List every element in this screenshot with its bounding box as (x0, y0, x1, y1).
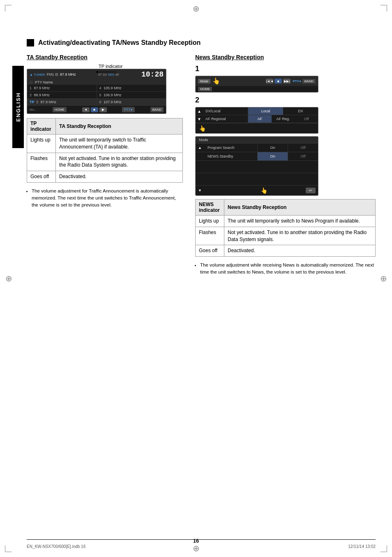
preset-1: 1 87.9 MHz (27, 85, 97, 91)
dx-row-2: ▼ AF Regional AF AF Reg. Off (196, 115, 318, 123)
ta-note: The volume adjustment for Traffic Announ… (27, 188, 183, 209)
mode-empty-1 (196, 161, 318, 173)
news-table-row-3: Goes off Deactivated. (196, 245, 376, 257)
crosshair-bottom (191, 544, 201, 553)
dx-option[interactable]: DX (283, 107, 318, 115)
home-button[interactable]: HOME (53, 107, 67, 112)
off-option[interactable]: Off (295, 115, 318, 123)
page-number: 16 (193, 538, 199, 544)
dx-row-1: ▲ DX/Local Local DX (196, 107, 318, 115)
crosshair-right (379, 274, 388, 283)
pty-button[interactable]: PTY● (122, 107, 134, 112)
nav-buttons: ◄ ■ ▶ (82, 107, 107, 112)
preset-row-3-active: TP 3 87.9 MHz 6 107.9 MHz (27, 99, 166, 105)
section-heading-text: Activating/deactivating TA/News Standby … (38, 39, 201, 46)
af-option[interactable]: AF (248, 115, 272, 123)
af-reg-option[interactable]: AF Reg. (272, 115, 295, 123)
mode-row-2: ▲ NEWS Standby On Off (196, 152, 318, 161)
preset-2: 2 88.9 MHz (27, 92, 97, 98)
dx-local-screen: ▲ DX/Local Local DX ▼ AF Regional AF AF … (195, 107, 318, 134)
corner-tr (380, 5, 387, 12)
dx-down-arrow: ▼ (196, 116, 203, 122)
news-on[interactable]: On (258, 152, 288, 160)
news-description-3: Deactivated. (224, 245, 376, 257)
news-table-row-1: Lights up The unit will temporarily swit… (196, 216, 376, 227)
footer-left: EN_KW-NSX700/600[E].indb 16 (27, 544, 85, 549)
corner-bl (5, 545, 12, 552)
news-note-item: The volume adjustment while receiving Ne… (200, 262, 376, 276)
ta-table: TP indicator TA Standby Reception Lights… (27, 118, 183, 183)
preset-5: 5 106.9 MHz (97, 92, 166, 98)
step1-next-btn[interactable]: ▶▶| (283, 79, 291, 84)
mode-nav-row: ▼ 👆 ↩ (196, 186, 318, 195)
ns-top-bar: Mode 👆 |◄◄ ■ ▶▶| PTY● BAND (196, 76, 318, 86)
band-button[interactable]: BAND (150, 107, 164, 112)
svg-marker-1 (96, 71, 98, 73)
language-sidebar: ENGLISH (12, 66, 24, 148)
step1-stop-btn[interactable]: ■ (274, 79, 282, 84)
ns-pty-btn[interactable]: PTY● (293, 79, 301, 83)
news-note: The volume adjustment while receiving Ne… (195, 262, 376, 276)
ns-mode-btn[interactable]: Mode (198, 79, 210, 84)
ta-indicator-2: Flashes (27, 153, 56, 171)
hand-cursor-3-icon: 👆 (261, 187, 267, 194)
section-heading: Activating/deactivating TA/News Standby … (27, 39, 376, 46)
program-on[interactable]: On (258, 144, 288, 152)
footer-right: 12/11/14 13:02 (348, 544, 376, 549)
mode-header: Mode (196, 137, 318, 144)
news-indicator-2: Flashes (196, 227, 224, 245)
program-search-label: Program Search (204, 144, 258, 152)
back-button[interactable]: ↩ (306, 188, 316, 193)
dx-cursor-row: 👆 (196, 123, 318, 133)
play-btn[interactable]: ■ (91, 107, 98, 112)
corner-tl (5, 5, 12, 12)
two-column-layout: TA Standby Reception TP indicator ▲ TUNE… (27, 54, 376, 278)
news-section: News Standby Reception 1 Mode 👆 |◄◄ ■ ▶▶… (195, 54, 376, 278)
preset-4: 4 105.9 MHz (97, 85, 166, 91)
news-table-header-1: NEWS indicator (196, 200, 224, 216)
prev-btn[interactable]: ◄ (82, 107, 90, 112)
ta-indicator-3: Goes off (27, 171, 56, 183)
freq-label: 87.9 MHz (60, 72, 76, 77)
main-content: Activating/deactivating TA/News Standby … (27, 39, 376, 534)
section-heading-icon (27, 39, 34, 46)
ta-table-header-1: TP indicator (27, 118, 56, 135)
tuner-icon: ▲ TUNER (30, 73, 45, 77)
news-off[interactable]: Off (288, 152, 318, 160)
local-option[interactable]: Local (248, 107, 283, 115)
ta-table-header-2: TA Standby Reception (56, 118, 183, 135)
news-table: NEWS indicator News Standby Reception Li… (195, 199, 376, 257)
dx-local-label: DX/Local (203, 107, 248, 115)
step1-prev-btn[interactable]: |◄◄ (266, 79, 273, 84)
mode-empty-2 (196, 173, 318, 186)
mode-button[interactable]: Mo... (30, 108, 37, 111)
preset-row-2: 2 88.9 MHz 5 106.9 MHz (27, 92, 166, 99)
step-1-num: 1 (195, 65, 376, 73)
ns-band-btn[interactable]: BAND (302, 79, 316, 84)
tp-indicator-label: TP indicator (99, 64, 123, 69)
ta-table-row-3: Goes off Deactivated. (27, 171, 183, 183)
radio-bottom-bar: Mo... HOME ◄ ■ ▶ PTY● BAND (27, 105, 166, 114)
mode-down-arrow: ▼ (198, 188, 202, 193)
af-regional-label: AF Regional (203, 115, 248, 123)
ta-table-row-1: Lights up The unit will temporarily swit… (27, 135, 183, 153)
program-off[interactable]: Off (288, 144, 318, 152)
news-indicator-3: Goes off (196, 245, 224, 257)
bottom-separator (27, 539, 376, 540)
ns-home-btn[interactable]: HOME (198, 87, 212, 91)
preset-3: TP 3 87.9 MHz (27, 99, 97, 105)
tp-indicator-arrow (96, 69, 145, 76)
ta-description-1: The unit will temporarily switch to Traf… (56, 135, 183, 153)
hand-cursor-2-icon: 👆 (199, 125, 206, 132)
ta-description-2: Not yet activated. Tune in to another st… (56, 153, 183, 171)
step-2-num: 2 (195, 96, 376, 104)
ta-table-row-2: Flashes Not yet activated. Tune in to an… (27, 153, 183, 171)
news-description-2: Not yet activated. Tune in to another st… (224, 227, 376, 245)
preset-row-1: 1 87.9 MHz 4 105.9 MHz (27, 85, 166, 92)
news-heading: News Standby Reception (195, 54, 376, 60)
news-standby-label: NEWS Standby (204, 152, 258, 160)
ta-description-3: Deactivated. (56, 171, 183, 183)
crosshair-top (191, 4, 201, 13)
next-btn[interactable]: ▶ (99, 107, 107, 112)
hand-cursor-icon: 👆 (212, 77, 220, 85)
